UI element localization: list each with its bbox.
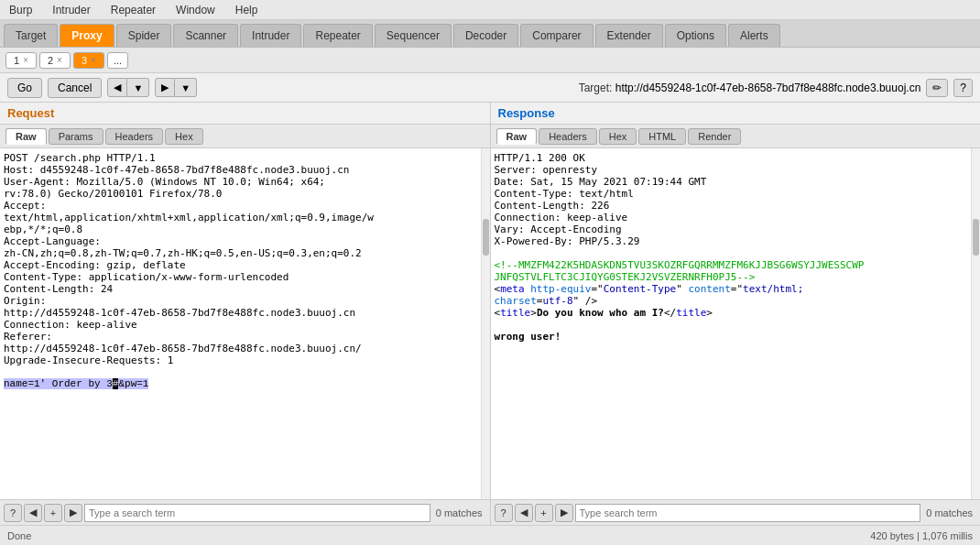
page-tab-2-label: 2 bbox=[48, 55, 53, 66]
request-highlight-text: name=1' Order by 3#&pw=1 bbox=[4, 378, 148, 389]
request-tab-params[interactable]: Params bbox=[49, 128, 103, 145]
tab-scanner[interactable]: Scanner bbox=[173, 24, 238, 47]
menu-window[interactable]: Window bbox=[172, 2, 219, 18]
menu-help[interactable]: Help bbox=[232, 2, 262, 18]
nav-forward-group: ▶ ▼ bbox=[155, 78, 197, 97]
toolbar: Go Cancel ◀ ▼ ▶ ▼ Target: http://d455924… bbox=[0, 73, 980, 103]
edit-target-button[interactable]: ✏ bbox=[926, 79, 948, 97]
page-tab-3[interactable]: 3 × bbox=[73, 52, 104, 69]
content-area: Request Raw Params Headers Hex POST /sea… bbox=[0, 103, 980, 525]
page-tab-1-label: 1 bbox=[14, 55, 19, 66]
response-content-type: Content-Type: text/html bbox=[495, 188, 634, 200]
response-tab-raw[interactable]: Raw bbox=[496, 128, 538, 145]
tab-alerts[interactable]: Alerts bbox=[728, 24, 780, 47]
response-connection: Connection: keep-alive bbox=[495, 212, 628, 223]
status-bytes: 420 bytes | 1,076 millis bbox=[870, 530, 973, 541]
nav-back-button[interactable]: ◀ bbox=[107, 78, 127, 97]
page-tab-2-close[interactable]: × bbox=[57, 55, 62, 65]
nav-forward-button[interactable]: ▶ bbox=[155, 78, 175, 97]
response-panel: Response Raw Headers Hex HTML Render HTT… bbox=[491, 103, 981, 525]
tab-extender[interactable]: Extender bbox=[595, 24, 663, 47]
target-label: Target: http://d4559248-1c0f-47eb-8658-7… bbox=[202, 82, 920, 94]
response-tab-headers[interactable]: Headers bbox=[539, 128, 597, 145]
response-tab-hex[interactable]: Hex bbox=[599, 128, 637, 145]
target-url: http://d4559248-1c0f-47eb-8658-7bd7f8e48… bbox=[615, 82, 921, 94]
request-scrollbar[interactable] bbox=[481, 148, 490, 499]
request-search-plus[interactable]: + bbox=[44, 504, 62, 522]
response-scrollbar[interactable] bbox=[971, 148, 980, 499]
response-date: Date: Sat, 15 May 2021 07:19:44 GMT bbox=[495, 176, 707, 188]
page-tab-3-close[interactable]: × bbox=[91, 55, 96, 65]
response-content-length: Content-Length: 226 bbox=[495, 200, 610, 212]
response-header: Response bbox=[491, 103, 981, 125]
page-tab-1[interactable]: 1 × bbox=[5, 52, 37, 69]
target-prefix: Target: bbox=[579, 82, 615, 94]
request-scroll-thumb bbox=[483, 219, 489, 256]
tab-options[interactable]: Options bbox=[665, 24, 726, 47]
response-search-plus[interactable]: + bbox=[535, 504, 553, 522]
menu-repeater[interactable]: Repeater bbox=[107, 2, 159, 18]
response-vary: Vary: Accept-Encoding bbox=[495, 223, 622, 235]
response-body-text: wrong user! bbox=[495, 331, 561, 343]
response-search-question[interactable]: ? bbox=[495, 504, 513, 522]
main-tab-bar: Target Proxy Spider Scanner Intruder Rep… bbox=[0, 20, 980, 48]
response-match-count: 0 matches bbox=[922, 507, 976, 518]
request-header: Request bbox=[0, 103, 490, 125]
go-button[interactable]: Go bbox=[7, 78, 42, 98]
response-meta-open: <meta http-equiv="Content-Type" content=… bbox=[495, 283, 804, 295]
response-search-bar: ? ◀ + ▶ 0 matches bbox=[491, 499, 981, 525]
page-tab-3-label: 3 bbox=[82, 55, 87, 66]
request-tab-raw[interactable]: Raw bbox=[5, 128, 47, 145]
status-text: Done bbox=[7, 530, 31, 541]
page-tab-2[interactable]: 2 × bbox=[39, 52, 71, 69]
response-tab-render[interactable]: Render bbox=[688, 128, 741, 145]
nav-back-group: ◀ ▼ bbox=[107, 78, 149, 97]
nav-forward-dropdown[interactable]: ▼ bbox=[175, 78, 197, 97]
tab-intruder[interactable]: Intruder bbox=[240, 24, 301, 47]
response-search-input[interactable] bbox=[575, 504, 921, 522]
response-scroll-thumb bbox=[973, 219, 979, 256]
response-powered-by: X-Powered-By: PHP/5.3.29 bbox=[495, 235, 640, 247]
tab-comparer[interactable]: Comparer bbox=[520, 24, 593, 47]
response-tab-bar: Raw Headers Hex HTML Render bbox=[491, 125, 981, 148]
response-search-next[interactable]: ▶ bbox=[555, 504, 573, 522]
tab-proxy[interactable]: Proxy bbox=[60, 24, 114, 47]
request-search-next[interactable]: ▶ bbox=[64, 504, 82, 522]
status-bar: Done 420 bytes | 1,076 millis bbox=[0, 525, 980, 545]
cursor-marker: # bbox=[113, 378, 119, 389]
request-tab-bar: Raw Params Headers Hex bbox=[0, 125, 490, 148]
request-panel: Request Raw Params Headers Hex POST /sea… bbox=[0, 103, 491, 525]
request-scroll-area: POST /search.php HTTP/1.1 Host: d4559248… bbox=[0, 148, 490, 499]
help-button[interactable]: ? bbox=[953, 79, 973, 97]
menu-intruder[interactable]: Intruder bbox=[49, 2, 93, 18]
request-content[interactable]: POST /search.php HTTP/1.1 Host: d4559248… bbox=[0, 148, 481, 499]
tab-spider[interactable]: Spider bbox=[116, 24, 172, 47]
tab-repeater[interactable]: Repeater bbox=[303, 24, 372, 47]
response-comment: <!--MMZFM422K5HDASKDN5TVU3SKOZRFGQRRMMZF… bbox=[495, 259, 865, 283]
request-search-bar: ? ◀ + ▶ 0 matches bbox=[0, 499, 490, 525]
response-server: Server: openresty bbox=[495, 164, 598, 176]
response-charset: charset=utf-8" /> bbox=[495, 295, 598, 307]
request-search-question[interactable]: ? bbox=[4, 504, 22, 522]
nav-back-dropdown[interactable]: ▼ bbox=[127, 78, 149, 97]
tab-decoder[interactable]: Decoder bbox=[453, 24, 518, 47]
page-tab-1-close[interactable]: × bbox=[23, 55, 28, 65]
response-text: HTTP/1.1 200 OK Server: openresty Date: … bbox=[495, 152, 968, 343]
page-tab-more[interactable]: ... bbox=[107, 52, 128, 69]
request-tab-headers[interactable]: Headers bbox=[105, 128, 164, 145]
request-text: POST /search.php HTTP/1.1 Host: d4559248… bbox=[4, 152, 477, 378]
request-search-input[interactable] bbox=[84, 504, 430, 522]
cancel-button[interactable]: Cancel bbox=[48, 78, 102, 98]
response-tab-html[interactable]: HTML bbox=[638, 128, 686, 145]
request-tab-hex[interactable]: Hex bbox=[165, 128, 203, 145]
response-scroll-area: HTTP/1.1 200 OK Server: openresty Date: … bbox=[491, 148, 981, 499]
tab-target[interactable]: Target bbox=[4, 24, 58, 47]
response-search-prev[interactable]: ◀ bbox=[515, 504, 533, 522]
tab-sequencer[interactable]: Sequencer bbox=[375, 24, 452, 47]
request-search-prev[interactable]: ◀ bbox=[24, 504, 42, 522]
response-content[interactable]: HTTP/1.1 200 OK Server: openresty Date: … bbox=[491, 148, 972, 499]
menu-burp[interactable]: Burp bbox=[5, 2, 36, 18]
response-title: <title>Do you know who am I?</title> bbox=[495, 307, 713, 319]
response-status: HTTP/1.1 200 OK bbox=[495, 152, 585, 164]
page-tab-bar: 1 × 2 × 3 × ... bbox=[0, 48, 980, 73]
